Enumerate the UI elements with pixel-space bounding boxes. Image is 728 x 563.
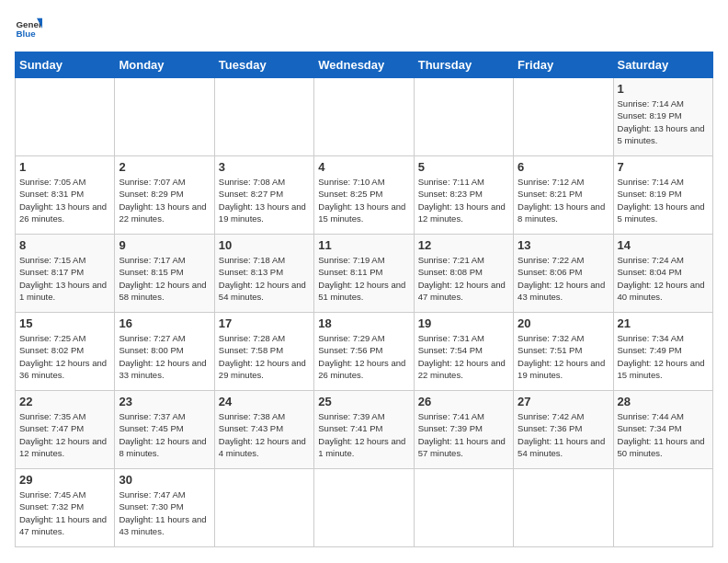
col-header-sunday: Sunday xyxy=(16,52,115,78)
day-info: Sunrise: 7:19 AMSunset: 8:11 PMDaylight:… xyxy=(318,254,409,303)
day-info: Sunrise: 7:41 AMSunset: 7:39 PMDaylight:… xyxy=(418,410,509,459)
logo: General Blue xyxy=(15,15,42,42)
col-header-saturday: Saturday xyxy=(613,52,712,78)
week-row-6: 29Sunrise: 7:45 AMSunset: 7:32 PMDayligh… xyxy=(16,469,713,547)
col-header-monday: Monday xyxy=(115,52,214,78)
col-header-friday: Friday xyxy=(514,52,613,78)
calendar-cell: 17Sunrise: 7:28 AMSunset: 7:58 PMDayligh… xyxy=(214,313,313,391)
calendar-cell xyxy=(414,78,513,156)
day-number: 10 xyxy=(219,238,310,252)
calendar-cell: 28Sunrise: 7:44 AMSunset: 7:34 PMDayligh… xyxy=(613,391,712,469)
week-row-5: 22Sunrise: 7:35 AMSunset: 7:47 PMDayligh… xyxy=(16,391,713,469)
day-info: Sunrise: 7:38 AMSunset: 7:43 PMDaylight:… xyxy=(219,410,310,459)
calendar-cell: 25Sunrise: 7:39 AMSunset: 7:41 PMDayligh… xyxy=(314,391,414,469)
calendar-cell: 23Sunrise: 7:37 AMSunset: 7:45 PMDayligh… xyxy=(115,391,214,469)
calendar-table: SundayMondayTuesdayWednesdayThursdayFrid… xyxy=(15,52,713,547)
calendar-cell xyxy=(214,469,313,547)
calendar-cell xyxy=(414,469,513,547)
calendar-cell: 22Sunrise: 7:35 AMSunset: 7:47 PMDayligh… xyxy=(16,391,115,469)
day-number: 29 xyxy=(19,473,110,487)
calendar-cell: 7Sunrise: 7:14 AMSunset: 8:19 PMDaylight… xyxy=(613,156,712,235)
week-row-3: 8Sunrise: 7:15 AMSunset: 8:17 PMDaylight… xyxy=(16,235,713,313)
day-number: 12 xyxy=(418,238,509,252)
day-info: Sunrise: 7:12 AMSunset: 8:21 PMDaylight:… xyxy=(518,176,609,224)
day-number: 8 xyxy=(19,238,110,252)
day-number: 2 xyxy=(119,160,210,174)
day-info: Sunrise: 7:14 AMSunset: 8:19 PMDaylight:… xyxy=(618,98,709,146)
calendar-cell: 5Sunrise: 7:11 AMSunset: 8:23 PMDaylight… xyxy=(414,156,513,235)
calendar-cell: 9Sunrise: 7:17 AMSunset: 8:15 PMDaylight… xyxy=(115,235,214,313)
calendar-cell: 2Sunrise: 7:07 AMSunset: 8:29 PMDaylight… xyxy=(115,156,214,235)
header: General Blue xyxy=(15,15,713,42)
calendar-cell: 3Sunrise: 7:08 AMSunset: 8:27 PMDaylight… xyxy=(214,156,313,235)
day-number: 25 xyxy=(318,395,409,408)
day-info: Sunrise: 7:14 AMSunset: 8:19 PMDaylight:… xyxy=(618,176,709,224)
calendar-cell: 6Sunrise: 7:12 AMSunset: 8:21 PMDaylight… xyxy=(514,156,613,235)
week-row-4: 15Sunrise: 7:25 AMSunset: 8:02 PMDayligh… xyxy=(16,313,713,391)
day-info: Sunrise: 7:22 AMSunset: 8:06 PMDaylight:… xyxy=(518,254,609,303)
calendar-cell xyxy=(314,78,414,156)
week-row-2: 1Sunrise: 7:05 AMSunset: 8:31 PMDaylight… xyxy=(16,156,713,235)
day-info: Sunrise: 7:21 AMSunset: 8:08 PMDaylight:… xyxy=(418,254,509,303)
calendar-cell: 29Sunrise: 7:45 AMSunset: 7:32 PMDayligh… xyxy=(16,469,115,547)
col-header-wednesday: Wednesday xyxy=(314,52,414,78)
calendar-cell: 15Sunrise: 7:25 AMSunset: 8:02 PMDayligh… xyxy=(16,313,115,391)
day-info: Sunrise: 7:11 AMSunset: 8:23 PMDaylight:… xyxy=(418,176,509,224)
calendar-cell: 16Sunrise: 7:27 AMSunset: 8:00 PMDayligh… xyxy=(115,313,214,391)
day-number: 5 xyxy=(418,160,509,174)
day-info: Sunrise: 7:18 AMSunset: 8:13 PMDaylight:… xyxy=(219,254,310,303)
calendar-cell xyxy=(214,78,313,156)
calendar-cell: 1Sunrise: 7:14 AMSunset: 8:19 PMDaylight… xyxy=(613,78,712,156)
day-info: Sunrise: 7:45 AMSunset: 7:32 PMDaylight:… xyxy=(19,488,110,537)
calendar-cell: 20Sunrise: 7:32 AMSunset: 7:51 PMDayligh… xyxy=(514,313,613,391)
day-info: Sunrise: 7:17 AMSunset: 8:15 PMDaylight:… xyxy=(119,254,210,303)
day-number: 7 xyxy=(618,160,709,174)
day-number: 30 xyxy=(119,473,210,487)
day-number: 17 xyxy=(219,316,310,330)
calendar-cell xyxy=(514,78,613,156)
day-info: Sunrise: 7:31 AMSunset: 7:54 PMDaylight:… xyxy=(418,332,509,381)
calendar-cell: 1Sunrise: 7:05 AMSunset: 8:31 PMDaylight… xyxy=(16,156,115,235)
day-number: 18 xyxy=(318,316,409,330)
calendar-cell: 10Sunrise: 7:18 AMSunset: 8:13 PMDayligh… xyxy=(214,235,313,313)
day-number: 23 xyxy=(119,395,210,408)
day-info: Sunrise: 7:34 AMSunset: 7:49 PMDaylight:… xyxy=(618,332,709,381)
calendar-cell: 26Sunrise: 7:41 AMSunset: 7:39 PMDayligh… xyxy=(414,391,513,469)
day-info: Sunrise: 7:25 AMSunset: 8:02 PMDaylight:… xyxy=(19,332,110,381)
day-info: Sunrise: 7:37 AMSunset: 7:45 PMDaylight:… xyxy=(119,410,210,459)
calendar-cell: 19Sunrise: 7:31 AMSunset: 7:54 PMDayligh… xyxy=(414,313,513,391)
calendar-cell: 12Sunrise: 7:21 AMSunset: 8:08 PMDayligh… xyxy=(414,235,513,313)
calendar-cell xyxy=(115,78,214,156)
calendar-cell: 14Sunrise: 7:24 AMSunset: 8:04 PMDayligh… xyxy=(613,235,712,313)
day-info: Sunrise: 7:10 AMSunset: 8:25 PMDaylight:… xyxy=(318,176,409,224)
day-number: 6 xyxy=(518,160,609,174)
day-info: Sunrise: 7:24 AMSunset: 8:04 PMDaylight:… xyxy=(618,254,709,303)
col-header-tuesday: Tuesday xyxy=(214,52,313,78)
day-number: 21 xyxy=(618,316,709,330)
day-info: Sunrise: 7:35 AMSunset: 7:47 PMDaylight:… xyxy=(19,410,110,459)
day-number: 19 xyxy=(418,316,509,330)
calendar-cell: 24Sunrise: 7:38 AMSunset: 7:43 PMDayligh… xyxy=(214,391,313,469)
calendar-cell: 13Sunrise: 7:22 AMSunset: 8:06 PMDayligh… xyxy=(514,235,613,313)
day-info: Sunrise: 7:28 AMSunset: 7:58 PMDaylight:… xyxy=(219,332,310,381)
day-number: 13 xyxy=(518,238,609,252)
week-row-1: 1Sunrise: 7:14 AMSunset: 8:19 PMDaylight… xyxy=(16,78,713,156)
day-info: Sunrise: 7:05 AMSunset: 8:31 PMDaylight:… xyxy=(19,176,110,224)
day-number: 28 xyxy=(618,395,709,408)
calendar-cell: 4Sunrise: 7:10 AMSunset: 8:25 PMDaylight… xyxy=(314,156,414,235)
day-info: Sunrise: 7:15 AMSunset: 8:17 PMDaylight:… xyxy=(19,254,110,303)
calendar-cell: 8Sunrise: 7:15 AMSunset: 8:17 PMDaylight… xyxy=(16,235,115,313)
day-number: 1 xyxy=(19,160,110,174)
day-info: Sunrise: 7:32 AMSunset: 7:51 PMDaylight:… xyxy=(518,332,609,381)
day-info: Sunrise: 7:44 AMSunset: 7:34 PMDaylight:… xyxy=(618,410,709,459)
day-number: 14 xyxy=(618,238,709,252)
logo-icon: General Blue xyxy=(15,15,42,42)
day-info: Sunrise: 7:47 AMSunset: 7:30 PMDaylight:… xyxy=(119,488,210,537)
calendar-cell xyxy=(314,469,414,547)
day-number: 3 xyxy=(219,160,310,174)
day-number: 11 xyxy=(318,238,409,252)
calendar-cell: 21Sunrise: 7:34 AMSunset: 7:49 PMDayligh… xyxy=(613,313,712,391)
col-header-thursday: Thursday xyxy=(414,52,513,78)
day-info: Sunrise: 7:42 AMSunset: 7:36 PMDaylight:… xyxy=(518,410,609,459)
day-info: Sunrise: 7:07 AMSunset: 8:29 PMDaylight:… xyxy=(119,176,210,224)
